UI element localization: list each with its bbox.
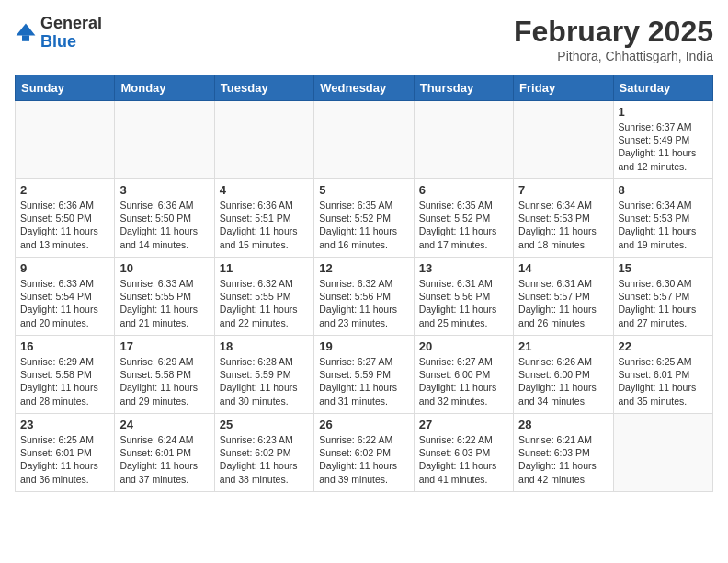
day-number: 16 xyxy=(20,339,109,353)
logo-text: General Blue xyxy=(40,15,102,52)
calendar-cell: 23Sunrise: 6:25 AM Sunset: 6:01 PM Dayli… xyxy=(16,414,115,492)
day-number: 26 xyxy=(319,418,408,431)
calendar-table: SundayMondayTuesdayWednesdayThursdayFrid… xyxy=(15,75,713,492)
day-number: 18 xyxy=(220,339,309,353)
calendar-cell: 1Sunrise: 6:37 AM Sunset: 5:49 PM Daylig… xyxy=(613,101,712,179)
logo-icon xyxy=(15,22,37,44)
day-info: Sunrise: 6:33 AM Sunset: 5:55 PM Dayligh… xyxy=(119,277,209,329)
day-number: 12 xyxy=(319,261,408,275)
day-info: Sunrise: 6:22 AM Sunset: 6:02 PM Dayligh… xyxy=(319,433,408,486)
calendar-cell: 3Sunrise: 6:36 AM Sunset: 5:50 PM Daylig… xyxy=(115,179,214,258)
location-subtitle: Pithora, Chhattisgarh, India xyxy=(514,49,713,63)
calendar-cell: 14Sunrise: 6:31 AM Sunset: 5:57 PM Dayli… xyxy=(514,258,613,336)
day-number: 21 xyxy=(518,339,608,353)
day-info: Sunrise: 6:33 AM Sunset: 5:54 PM Dayligh… xyxy=(20,277,109,329)
day-number: 13 xyxy=(419,261,508,275)
day-number: 6 xyxy=(419,183,508,197)
day-number: 1 xyxy=(619,105,708,119)
day-info: Sunrise: 6:36 AM Sunset: 5:50 PM Dayligh… xyxy=(20,199,109,251)
day-number: 11 xyxy=(220,261,309,275)
calendar-cell: 20Sunrise: 6:27 AM Sunset: 6:00 PM Dayli… xyxy=(414,336,513,414)
day-info: Sunrise: 6:32 AM Sunset: 5:56 PM Dayligh… xyxy=(319,277,408,329)
calendar-cell: 8Sunrise: 6:34 AM Sunset: 5:53 PM Daylig… xyxy=(613,179,712,258)
svg-marker-0 xyxy=(17,23,36,35)
day-number: 22 xyxy=(619,339,708,353)
calendar-cell: 17Sunrise: 6:29 AM Sunset: 5:58 PM Dayli… xyxy=(115,336,214,414)
calendar-week-row: 2Sunrise: 6:36 AM Sunset: 5:50 PM Daylig… xyxy=(16,179,713,258)
day-number: 27 xyxy=(419,418,508,431)
day-info: Sunrise: 6:27 AM Sunset: 6:00 PM Dayligh… xyxy=(419,355,508,408)
day-info: Sunrise: 6:35 AM Sunset: 5:52 PM Dayligh… xyxy=(419,199,508,251)
calendar-cell: 10Sunrise: 6:33 AM Sunset: 5:55 PM Dayli… xyxy=(115,258,214,336)
calendar-cell: 24Sunrise: 6:24 AM Sunset: 6:01 PM Dayli… xyxy=(115,414,214,492)
calendar-week-row: 9Sunrise: 6:33 AM Sunset: 5:54 PM Daylig… xyxy=(16,258,713,336)
calendar-cell xyxy=(214,101,313,179)
day-info: Sunrise: 6:26 AM Sunset: 6:00 PM Dayligh… xyxy=(518,355,608,408)
calendar-cell: 16Sunrise: 6:29 AM Sunset: 5:58 PM Dayli… xyxy=(16,336,115,414)
calendar-cell: 11Sunrise: 6:32 AM Sunset: 5:55 PM Dayli… xyxy=(214,258,313,336)
day-info: Sunrise: 6:37 AM Sunset: 5:49 PM Dayligh… xyxy=(619,121,708,173)
day-info: Sunrise: 6:22 AM Sunset: 6:03 PM Dayligh… xyxy=(419,433,508,486)
day-info: Sunrise: 6:29 AM Sunset: 5:58 PM Dayligh… xyxy=(119,355,209,408)
day-number: 24 xyxy=(119,418,209,431)
calendar-cell: 21Sunrise: 6:26 AM Sunset: 6:00 PM Dayli… xyxy=(514,336,613,414)
calendar-cell: 22Sunrise: 6:25 AM Sunset: 6:01 PM Dayli… xyxy=(613,336,712,414)
month-title: February 2025 xyxy=(514,15,713,49)
calendar-cell: 6Sunrise: 6:35 AM Sunset: 5:52 PM Daylig… xyxy=(414,179,513,258)
calendar-cell: 2Sunrise: 6:36 AM Sunset: 5:50 PM Daylig… xyxy=(16,179,115,258)
day-number: 10 xyxy=(119,261,209,275)
day-info: Sunrise: 6:34 AM Sunset: 5:53 PM Dayligh… xyxy=(619,199,708,251)
day-number: 7 xyxy=(518,183,608,197)
day-info: Sunrise: 6:21 AM Sunset: 6:03 PM Dayligh… xyxy=(518,433,608,486)
day-info: Sunrise: 6:28 AM Sunset: 5:59 PM Dayligh… xyxy=(220,355,309,408)
calendar-cell: 15Sunrise: 6:30 AM Sunset: 5:57 PM Dayli… xyxy=(613,258,712,336)
col-header-sunday: Sunday xyxy=(16,75,115,101)
logo-general-text: General xyxy=(40,14,102,32)
day-number: 14 xyxy=(518,261,608,275)
calendar-cell xyxy=(514,101,613,179)
day-info: Sunrise: 6:36 AM Sunset: 5:51 PM Dayligh… xyxy=(220,199,309,251)
calendar-week-row: 16Sunrise: 6:29 AM Sunset: 5:58 PM Dayli… xyxy=(16,336,713,414)
day-number: 8 xyxy=(619,183,708,197)
day-number: 4 xyxy=(220,183,309,197)
col-header-monday: Monday xyxy=(115,75,214,101)
day-info: Sunrise: 6:23 AM Sunset: 6:02 PM Dayligh… xyxy=(220,433,309,486)
day-info: Sunrise: 6:35 AM Sunset: 5:52 PM Dayligh… xyxy=(319,199,408,251)
col-header-saturday: Saturday xyxy=(613,75,712,101)
logo-blue-text: Blue xyxy=(40,32,76,51)
calendar-cell: 9Sunrise: 6:33 AM Sunset: 5:54 PM Daylig… xyxy=(16,258,115,336)
day-info: Sunrise: 6:27 AM Sunset: 5:59 PM Dayligh… xyxy=(319,355,408,408)
calendar-header-row: SundayMondayTuesdayWednesdayThursdayFrid… xyxy=(16,75,713,101)
calendar-cell xyxy=(115,101,214,179)
day-number: 5 xyxy=(319,183,408,197)
calendar-cell: 5Sunrise: 6:35 AM Sunset: 5:52 PM Daylig… xyxy=(314,179,414,258)
page-header: General Blue February 2025 Pithora, Chha… xyxy=(15,15,713,63)
day-number: 15 xyxy=(619,261,708,275)
day-info: Sunrise: 6:34 AM Sunset: 5:53 PM Dayligh… xyxy=(518,199,608,251)
calendar-cell: 25Sunrise: 6:23 AM Sunset: 6:02 PM Dayli… xyxy=(214,414,313,492)
calendar-cell: 19Sunrise: 6:27 AM Sunset: 5:59 PM Dayli… xyxy=(314,336,414,414)
calendar-week-row: 1Sunrise: 6:37 AM Sunset: 5:49 PM Daylig… xyxy=(16,101,713,179)
calendar-cell: 28Sunrise: 6:21 AM Sunset: 6:03 PM Dayli… xyxy=(514,414,613,492)
day-info: Sunrise: 6:36 AM Sunset: 5:50 PM Dayligh… xyxy=(119,199,209,251)
calendar-cell xyxy=(613,414,712,492)
calendar-cell: 4Sunrise: 6:36 AM Sunset: 5:51 PM Daylig… xyxy=(214,179,313,258)
day-info: Sunrise: 6:31 AM Sunset: 5:56 PM Dayligh… xyxy=(419,277,508,329)
calendar-cell: 27Sunrise: 6:22 AM Sunset: 6:03 PM Dayli… xyxy=(414,414,513,492)
calendar-week-row: 23Sunrise: 6:25 AM Sunset: 6:01 PM Dayli… xyxy=(16,414,713,492)
calendar-cell xyxy=(414,101,513,179)
col-header-wednesday: Wednesday xyxy=(314,75,414,101)
day-info: Sunrise: 6:25 AM Sunset: 6:01 PM Dayligh… xyxy=(619,355,708,408)
col-header-tuesday: Tuesday xyxy=(214,75,313,101)
day-info: Sunrise: 6:30 AM Sunset: 5:57 PM Dayligh… xyxy=(619,277,708,329)
day-info: Sunrise: 6:29 AM Sunset: 5:58 PM Dayligh… xyxy=(20,355,109,408)
day-number: 3 xyxy=(119,183,209,197)
day-info: Sunrise: 6:24 AM Sunset: 6:01 PM Dayligh… xyxy=(119,433,209,486)
day-number: 19 xyxy=(319,339,408,353)
day-number: 28 xyxy=(518,418,608,431)
title-block: February 2025 Pithora, Chhattisgarh, Ind… xyxy=(514,15,713,63)
day-info: Sunrise: 6:32 AM Sunset: 5:55 PM Dayligh… xyxy=(220,277,309,329)
day-info: Sunrise: 6:25 AM Sunset: 6:01 PM Dayligh… xyxy=(20,433,109,486)
day-number: 2 xyxy=(20,183,109,197)
day-number: 25 xyxy=(220,418,309,431)
